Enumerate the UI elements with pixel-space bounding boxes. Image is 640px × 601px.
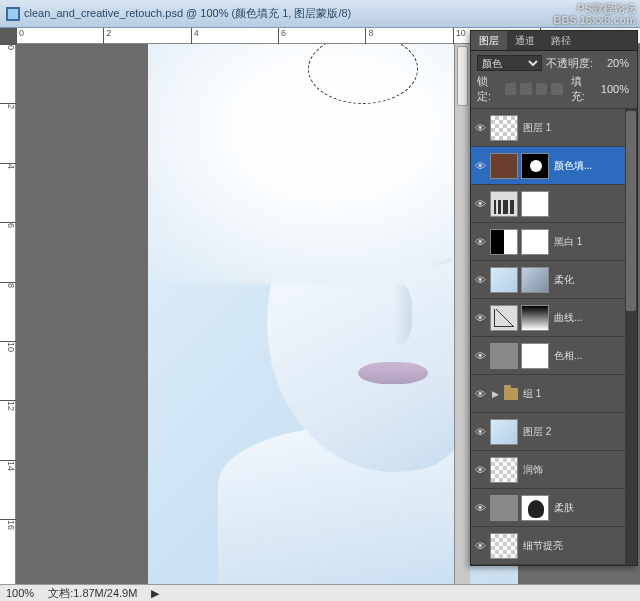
layer-name[interactable]: 曲线...: [554, 311, 582, 325]
layer-thumbnail[interactable]: [521, 191, 549, 217]
folder-toggle-icon[interactable]: ▶: [490, 389, 501, 399]
layer-row[interactable]: 👁润饰: [471, 451, 637, 489]
layer-name[interactable]: 黑白 1: [554, 235, 582, 249]
document-title: clean_and_creative_retouch.psd @ 100% (颜…: [24, 6, 351, 21]
layer-row[interactable]: 👁柔肤: [471, 489, 637, 527]
layer-thumbnail[interactable]: [490, 457, 518, 483]
layer-thumbnail[interactable]: [490, 419, 518, 445]
layer-thumbnail[interactable]: [490, 115, 518, 141]
lock-all-icon[interactable]: [551, 83, 562, 95]
layer-row[interactable]: 👁: [471, 185, 637, 223]
canvas-scrollbar-v[interactable]: [454, 44, 470, 584]
layer-row[interactable]: 👁▶组 1: [471, 375, 637, 413]
layer-name[interactable]: 图层 2: [523, 425, 551, 439]
tab-paths[interactable]: 路径: [543, 31, 579, 50]
layer-name[interactable]: 柔化: [554, 273, 574, 287]
zoom-level[interactable]: 100%: [6, 587, 34, 599]
layer-row[interactable]: 👁柔化: [471, 261, 637, 299]
doc-size: 1.87M/24.9M: [73, 587, 137, 599]
visibility-icon[interactable]: 👁: [473, 540, 487, 552]
layer-thumbnail[interactable]: [521, 229, 549, 255]
layer-thumbnail[interactable]: [490, 305, 518, 331]
layer-thumbnail[interactable]: [490, 153, 518, 179]
layer-row[interactable]: 👁黑白 1: [471, 223, 637, 261]
layer-row[interactable]: 👁图层 2: [471, 413, 637, 451]
visibility-icon[interactable]: 👁: [473, 464, 487, 476]
layer-thumbnail[interactable]: [521, 305, 549, 331]
layer-row[interactable]: 👁色相...: [471, 337, 637, 375]
fill-value[interactable]: 100%: [599, 83, 632, 95]
document-title-bar: clean_and_creative_retouch.psd @ 100% (颜…: [0, 0, 640, 28]
layer-name[interactable]: 组 1: [523, 387, 541, 401]
status-bar: 100% 文档:1.87M/24.9M ▶: [0, 584, 640, 601]
blend-mode-select[interactable]: 颜色: [477, 55, 542, 71]
visibility-icon[interactable]: 👁: [473, 198, 487, 210]
layer-name[interactable]: 柔肤: [554, 501, 574, 515]
watermark: PS教程论坛 BBS.16xx8.com: [553, 2, 636, 26]
visibility-icon[interactable]: 👁: [473, 312, 487, 324]
layer-thumbnail[interactable]: [490, 343, 518, 369]
status-arrow-icon[interactable]: ▶: [151, 587, 159, 600]
svg-rect-1: [8, 9, 18, 19]
visibility-icon[interactable]: 👁: [473, 236, 487, 248]
layer-name[interactable]: 细节提亮: [523, 539, 563, 553]
visibility-icon[interactable]: 👁: [473, 502, 487, 514]
layers-panel: 图层 通道 路径 颜色 不透明度: 20% 锁定: 填充: 100% 👁图层 1…: [470, 30, 638, 566]
lock-pixels-icon[interactable]: [520, 83, 531, 95]
layers-list: 👁图层 1👁颜色填...👁👁黑白 1👁柔化👁曲线...👁色相...👁▶组 1👁图…: [471, 109, 637, 565]
lock-position-icon[interactable]: [536, 83, 547, 95]
folder-icon: [504, 388, 518, 400]
layer-thumbnail[interactable]: [490, 533, 518, 559]
visibility-icon[interactable]: 👁: [473, 274, 487, 286]
visibility-icon[interactable]: 👁: [473, 388, 487, 400]
layer-thumbnail[interactable]: [490, 191, 518, 217]
tab-channels[interactable]: 通道: [507, 31, 543, 50]
layer-name[interactable]: 颜色填...: [554, 159, 592, 173]
layer-thumbnail[interactable]: [521, 153, 549, 179]
layer-row[interactable]: 👁曲线...: [471, 299, 637, 337]
tab-layers[interactable]: 图层: [471, 31, 507, 50]
layer-name[interactable]: 图层 1: [523, 121, 551, 135]
layer-row[interactable]: 👁细节提亮: [471, 527, 637, 565]
layer-thumbnail[interactable]: [521, 267, 549, 293]
layer-thumbnail[interactable]: [490, 229, 518, 255]
visibility-icon[interactable]: 👁: [473, 426, 487, 438]
layer-thumbnail[interactable]: [521, 343, 549, 369]
visibility-icon[interactable]: 👁: [473, 350, 487, 362]
visibility-icon[interactable]: 👁: [473, 160, 487, 172]
layer-name[interactable]: 润饰: [523, 463, 543, 477]
ruler-vertical[interactable]: 0 2 4 6 8 10 12 14 16: [0, 44, 16, 584]
layer-row[interactable]: 👁图层 1: [471, 109, 637, 147]
ps-file-icon: [6, 7, 20, 21]
visibility-icon[interactable]: 👁: [473, 122, 487, 134]
layer-thumbnail[interactable]: [490, 495, 518, 521]
layer-name[interactable]: 色相...: [554, 349, 582, 363]
layer-thumbnail[interactable]: [490, 267, 518, 293]
layer-row[interactable]: 👁颜色填...: [471, 147, 637, 185]
lock-transparency-icon[interactable]: [505, 83, 516, 95]
layer-thumbnail[interactable]: [521, 495, 549, 521]
layers-scrollbar[interactable]: [625, 109, 637, 565]
opacity-value[interactable]: 20%: [597, 57, 631, 69]
panel-tabs: 图层 通道 路径: [471, 31, 637, 51]
